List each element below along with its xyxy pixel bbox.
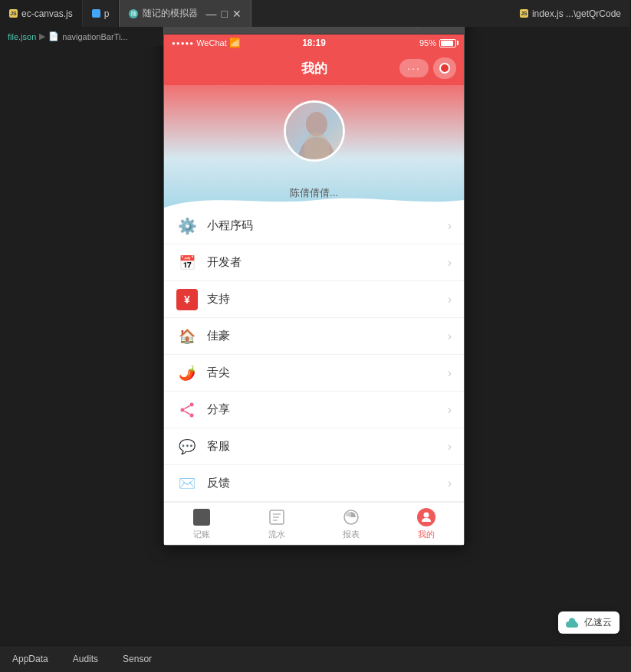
menu-item-feedback[interactable]: ✉️ 反馈 › bbox=[164, 465, 464, 502]
battery-fill bbox=[441, 41, 453, 46]
svg-line-5 bbox=[185, 405, 190, 408]
tab-baobiao[interactable]: 报表 bbox=[314, 503, 389, 545]
carrier-label: WeChat bbox=[196, 38, 227, 48]
menu-list: ⚙️ 小程序码 › 📅 开发者 › ¥ 支持 › 🏠 佳豪 › bbox=[164, 208, 464, 502]
tab-baobiao-label: 报表 bbox=[343, 529, 360, 540]
tab-liushui-icon bbox=[268, 508, 286, 526]
simulator-window-tab: 随 随记的模拟器 — □ ✕ bbox=[119, 0, 251, 27]
tab-liushui[interactable]: 流水 bbox=[239, 503, 314, 545]
sim-minimize-btn[interactable]: — bbox=[205, 8, 216, 20]
tab-p[interactable]: p bbox=[83, 0, 120, 27]
tab-jizhang[interactable]: 记账 bbox=[164, 503, 239, 545]
signal-dots: ●●●●● bbox=[172, 40, 194, 47]
avatar bbox=[284, 100, 345, 162]
svg-point-4 bbox=[190, 413, 194, 417]
nav-bar: 我的 ··· bbox=[164, 51, 464, 85]
menu-item-developer[interactable]: 📅 开发者 › bbox=[164, 244, 464, 281]
menu-icon-developer: 📅 bbox=[176, 252, 198, 274]
svg-point-2 bbox=[190, 402, 194, 406]
breadcrumb: file.json ▶ 📄 navigationBarTi... bbox=[0, 27, 163, 46]
bottom-tab-bar: AppData Audits Sensor bbox=[0, 645, 631, 672]
menu-icon-mini-program: ⚙️ bbox=[176, 215, 198, 237]
menu-label-shejian: 舌尖 bbox=[207, 366, 448, 380]
avatar-silhouette bbox=[286, 103, 345, 162]
cloud-logo: 亿速云 bbox=[558, 611, 619, 634]
tab-ec-canvas-label: ec-canvas.js bbox=[21, 8, 73, 19]
tab-jizhang-label: 记账 bbox=[193, 529, 210, 540]
nav-title: 我的 bbox=[301, 60, 327, 77]
tab-baobiao-icon bbox=[342, 508, 360, 526]
cloud-icon bbox=[566, 618, 580, 628]
menu-icon-jiahao: 🏠 bbox=[176, 326, 198, 347]
wifi-icon: 📶 bbox=[229, 38, 241, 48]
menu-arrow-service: › bbox=[448, 440, 452, 454]
battery-percent: 95% bbox=[419, 38, 436, 48]
sim-maximize-btn[interactable]: □ bbox=[221, 8, 227, 20]
svg-point-12 bbox=[424, 512, 429, 517]
tab-ec-canvas[interactable]: JS ec-canvas.js bbox=[0, 0, 83, 27]
menu-label-service: 客服 bbox=[207, 439, 448, 454]
menu-item-jiahao[interactable]: 🏠 佳豪 › bbox=[164, 318, 464, 355]
tab-wode-icon bbox=[417, 508, 435, 526]
nav-record-btn[interactable] bbox=[433, 57, 456, 79]
tab-p-label: p bbox=[104, 8, 110, 19]
record-dot bbox=[439, 63, 450, 74]
tab-jizhang-icon bbox=[192, 508, 211, 526]
tab-index-js[interactable]: JS index.js ...\getQrCode bbox=[511, 0, 631, 27]
menu-label-mini-program: 小程序码 bbox=[207, 218, 448, 233]
sim-close-btn[interactable]: ✕ bbox=[232, 8, 242, 20]
menu-item-support[interactable]: ¥ 支持 › bbox=[164, 281, 464, 318]
menu-arrow-share: › bbox=[448, 403, 452, 417]
menu-icon-feedback: ✉️ bbox=[176, 473, 198, 494]
tab-index-label: index.js ...\getQrCode bbox=[532, 8, 621, 19]
cloud-logo-text: 亿速云 bbox=[584, 616, 612, 629]
bottom-tab-audits[interactable]: Audits bbox=[61, 646, 110, 672]
editor-tabs: JS ec-canvas.js p 随 随记的模拟器 — □ ✕ JS inde… bbox=[0, 0, 631, 27]
bottom-tab-sensor[interactable]: Sensor bbox=[110, 646, 164, 672]
profile-header: 陈倩倩倩... bbox=[164, 85, 464, 208]
tab-wode-label: 我的 bbox=[418, 529, 435, 540]
status-time: 18:19 bbox=[302, 38, 326, 48]
wave-decoration bbox=[164, 192, 464, 208]
simulator-window: iPhone 5 页面信息 📌 🔊 ●●●●● WeChat 📶 18:19 9… bbox=[163, 6, 465, 546]
menu-label-feedback: 反馈 bbox=[207, 476, 448, 490]
menu-arrow-developer: › bbox=[448, 256, 452, 270]
menu-item-shejian[interactable]: 🌶️ 舌尖 › bbox=[164, 355, 464, 392]
tab-bar: 记账 流水 报表 我的 bbox=[164, 502, 464, 545]
menu-label-jiahao: 佳豪 bbox=[207, 329, 448, 343]
status-right: 95% bbox=[326, 38, 456, 48]
menu-item-mini-program[interactable]: ⚙️ 小程序码 › bbox=[164, 208, 464, 244]
menu-arrow-shejian: › bbox=[448, 366, 452, 380]
breadcrumb-nav: navigationBarTi... bbox=[62, 32, 127, 41]
breadcrumb-sep1: ▶ bbox=[39, 31, 45, 41]
status-left: ●●●●● WeChat 📶 bbox=[172, 38, 302, 48]
battery-icon bbox=[439, 39, 456, 48]
nav-dots-btn[interactable]: ··· bbox=[399, 59, 429, 77]
tab-wode[interactable]: 我的 bbox=[389, 503, 464, 545]
menu-item-share[interactable]: 分享 › bbox=[164, 392, 464, 428]
status-bar: ●●●●● WeChat 📶 18:19 95% bbox=[164, 34, 464, 51]
menu-item-service[interactable]: 💬 客服 › bbox=[164, 428, 464, 465]
menu-label-share: 分享 bbox=[207, 402, 448, 417]
phone-screen: ●●●●● WeChat 📶 18:19 95% 我的 ··· bbox=[164, 34, 464, 545]
menu-icon-support: ¥ bbox=[176, 289, 198, 310]
menu-arrow-mini-program: › bbox=[448, 219, 452, 233]
bottom-tab-appdata[interactable]: AppData bbox=[0, 646, 61, 672]
svg-point-3 bbox=[181, 408, 185, 411]
breadcrumb-file: file.json bbox=[8, 32, 36, 41]
simulator-title: 随记的模拟器 bbox=[143, 7, 198, 20]
menu-icon-service: 💬 bbox=[176, 436, 198, 457]
breadcrumb-file-icon: 📄 bbox=[48, 31, 59, 41]
menu-arrow-jiahao: › bbox=[448, 329, 452, 343]
menu-icon-shejian: 🌶️ bbox=[176, 362, 198, 384]
menu-label-developer: 开发者 bbox=[207, 255, 448, 270]
menu-label-support: 支持 bbox=[207, 292, 448, 306]
menu-arrow-support: › bbox=[448, 293, 452, 306]
menu-icon-share bbox=[176, 399, 198, 421]
svg-line-6 bbox=[185, 411, 190, 414]
tab-liushui-label: 流水 bbox=[268, 529, 285, 540]
menu-arrow-feedback: › bbox=[448, 477, 452, 490]
